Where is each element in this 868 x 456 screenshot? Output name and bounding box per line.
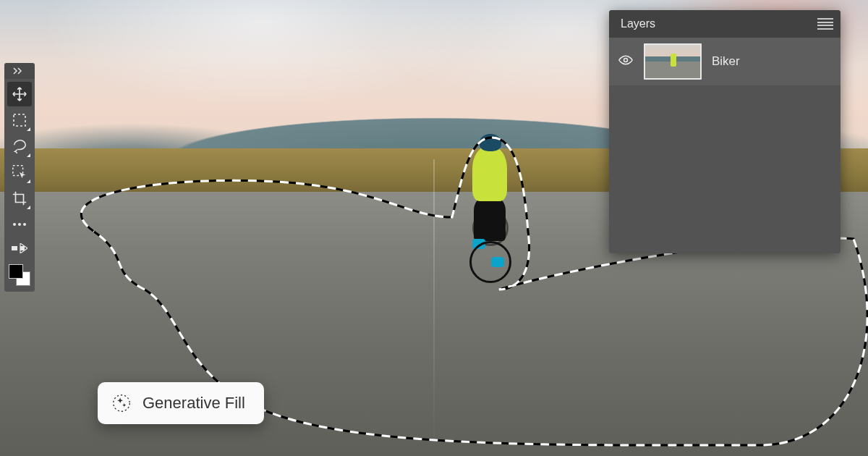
crop-tool[interactable] [7,186,32,211]
svg-rect-5 [12,246,17,250]
lasso-tool[interactable] [7,134,32,159]
object-selection-tool[interactable] [7,160,32,185]
svg-point-8 [114,395,130,412]
layers-panel: Layers Biker [609,10,841,253]
svg-rect-0 [14,114,25,126]
more-tools[interactable] [7,212,32,237]
svg-point-7 [624,59,628,62]
layer-name[interactable]: Biker [712,54,740,69]
layers-panel-title: Layers [621,17,655,30]
svg-point-2 [13,223,16,226]
edit-toolbar[interactable] [7,238,32,258]
layer-thumbnail[interactable] [644,43,702,80]
move-tool[interactable] [7,82,32,106]
generative-fill-button[interactable]: Generative Fill [98,382,264,424]
layer-visibility-toggle[interactable] [618,55,634,68]
svg-point-4 [23,223,26,226]
layer-row[interactable]: Biker [609,38,841,85]
layers-panel-header: Layers [609,10,841,38]
generative-fill-icon [111,392,132,414]
svg-point-3 [18,223,21,226]
layers-panel-menu-icon[interactable] [817,18,833,30]
generative-fill-label: Generative Fill [142,394,245,413]
toolbar-collapse-button[interactable] [4,63,35,79]
rectangular-marquee-tool[interactable] [7,108,32,132]
color-swatches[interactable] [9,264,30,286]
foreground-color-swatch[interactable] [9,264,23,279]
tools-panel [4,79,35,292]
svg-rect-6 [20,246,25,250]
